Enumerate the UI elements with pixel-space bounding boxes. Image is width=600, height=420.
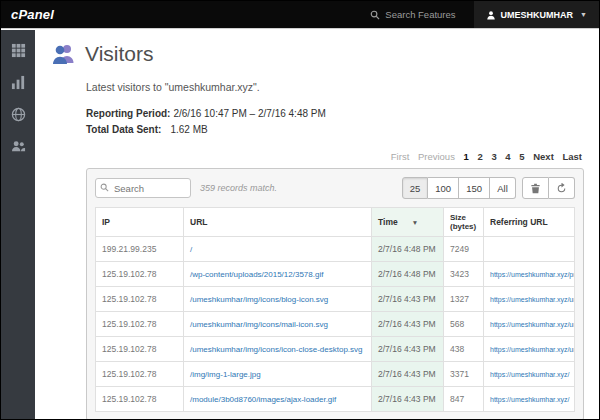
url-link[interactable]: /umeshkumhar/img/icons/mail-icon.svg [190, 320, 328, 329]
user-icon [486, 10, 496, 20]
sidebar-item-apps[interactable] [10, 42, 26, 58]
users-icon [11, 139, 26, 154]
url-link[interactable]: /umeshkumhar/img/icons/icon-close-deskto… [190, 345, 363, 354]
cell-referring-url: https://umeshkumhar.xyz/umeshkumhar/css/… [484, 287, 575, 312]
referring-url-link[interactable]: https://umeshkumhar.xyz/ [490, 371, 569, 378]
table-row: 125.19.102.78 /module/3b0d8760/images/aj… [96, 387, 575, 412]
cell-ip: 125.19.102.78 [96, 287, 184, 312]
referring-url-link[interactable]: https://umeshkumhar.xyz/umeshkumhar/css/… [490, 296, 575, 303]
url-link[interactable]: /img/img-1-large.jpg [190, 370, 261, 379]
cell-url: /wp-content/uploads/2015/12/3578.gif [184, 262, 372, 287]
cell-size: 7249 [444, 237, 484, 262]
table-row: 125.19.102.78 /umeshkumhar/img/icons/blo… [96, 287, 575, 312]
cell-time: 2/7/16 4:43 PM [372, 337, 444, 362]
table-actions-group [522, 177, 575, 199]
sidebar-item-bandwidth[interactable] [10, 106, 26, 122]
cell-size: 847 [444, 387, 484, 412]
intro-text: Latest visitors to "umeshkumhar.xyz". [86, 81, 584, 93]
page-size-150-button[interactable]: 150 [459, 177, 490, 199]
cell-size: 438 [444, 337, 484, 362]
reporting-period-value: 2/6/16 10:47 PM – 2/7/16 4:48 PM [173, 108, 325, 119]
cell-ip: 125.19.102.78 [96, 312, 184, 337]
cell-time: 2/7/16 4:48 PM [372, 262, 444, 287]
cell-size: 3423 [444, 262, 484, 287]
table-row: 125.19.102.78 /umeshkumhar/img/icons/mai… [96, 312, 575, 337]
table-toolbar: 359 records match. 25 100 150 All [95, 177, 575, 199]
page-size-100-button[interactable]: 100 [428, 177, 459, 199]
reporting-period-label: Reporting Period: [86, 108, 170, 119]
cpanel-visitors-screen: cPanel Search Features UMESHKUMHAR ▼ [0, 0, 600, 420]
pagination-first[interactable]: First [391, 151, 409, 162]
visitors-table: IP URL Time▼ Size(bytes) Referring URL 1… [95, 207, 575, 412]
referring-url-link[interactable]: https://umeshkumhar.xyz/ [490, 396, 569, 403]
reporting-period-line: Reporting Period:2/6/16 10:47 PM – 2/7/1… [86, 106, 584, 122]
column-header-referring-url: Referring URL [484, 208, 575, 237]
table-row: 125.19.102.78 /wp-content/uploads/2015/1… [96, 262, 575, 287]
total-data-value: 1.62 MB [170, 124, 207, 135]
cell-ip: 199.21.99.235 [96, 237, 184, 262]
page-size-25-button[interactable]: 25 [402, 177, 429, 199]
cell-size: 1327 [444, 287, 484, 312]
pagination-page-3[interactable]: 3 [491, 151, 496, 162]
cell-referring-url: https://umeshkumhar.xyz/umeshkumhar/css/… [484, 312, 575, 337]
referring-url-link[interactable]: https://umeshkumhar.xyz/umeshkumhar/css/… [490, 321, 575, 328]
pagination-next[interactable]: Next [533, 151, 554, 162]
trash-icon [530, 183, 541, 194]
url-link[interactable]: /module/3b0d8760/images/ajax-loader.gif [190, 395, 336, 404]
pagination-last[interactable]: Last [562, 151, 582, 162]
visitors-icon [52, 43, 76, 65]
sidebar-item-statistics[interactable] [10, 74, 26, 90]
url-link[interactable]: / [190, 245, 192, 254]
sidebar-item-visitors[interactable] [10, 138, 26, 154]
pagination-page-1[interactable]: 1 [464, 151, 469, 162]
refresh-button[interactable] [549, 177, 575, 199]
cell-referring-url [484, 237, 575, 262]
cell-url: /umeshkumhar/img/icons/mail-icon.svg [184, 312, 372, 337]
cell-time: 2/7/16 4:43 PM [372, 362, 444, 387]
url-link[interactable]: /umeshkumhar/img/icons/blog-icon.svg [190, 295, 328, 304]
main-content: Visitors Latest visitors to "umeshkumhar… [35, 29, 599, 420]
total-data-label: Total Data Sent: [86, 124, 161, 135]
delete-button[interactable] [522, 177, 549, 199]
search-features-label: Search Features [385, 9, 455, 20]
visitors-table-head: IP URL Time▼ Size(bytes) Referring URL [96, 208, 575, 237]
pagination-page-4[interactable]: 4 [505, 151, 510, 162]
search-input[interactable] [95, 178, 191, 198]
referring-url-link[interactable]: https://umeshkumhar.xyz/profile/admin-aj… [490, 271, 575, 278]
user-menu[interactable]: UMESHKUMHAR ▼ [474, 1, 599, 28]
pagination-page-5[interactable]: 5 [519, 151, 524, 162]
cell-time: 2/7/16 4:43 PM [372, 312, 444, 337]
total-data-line: Total Data Sent:1.62 MB [86, 122, 584, 138]
cell-ip: 125.19.102.78 [96, 337, 184, 362]
pagination: First Previous 1 2 3 4 5 Next Last [88, 151, 582, 162]
cell-url: / [184, 237, 372, 262]
cell-ip: 125.19.102.78 [96, 362, 184, 387]
cell-url: /img/img-1-large.jpg [184, 362, 372, 387]
visitors-panel: 359 records match. 25 100 150 All [86, 168, 584, 420]
search-features-button[interactable]: Search Features [352, 9, 473, 20]
apps-grid-icon [11, 43, 26, 58]
page-header: Visitors [35, 29, 599, 72]
cell-referring-url: https://umeshkumhar.xyz/profile/admin-aj… [484, 262, 575, 287]
table-row: 199.21.99.235 / 2/7/16 4:48 PM 7249 [96, 237, 575, 262]
sort-desc-icon: ▼ [412, 219, 418, 226]
cell-time: 2/7/16 4:43 PM [372, 287, 444, 312]
cell-ip: 125.19.102.78 [96, 387, 184, 412]
column-header-time[interactable]: Time▼ [372, 208, 444, 237]
column-header-url: URL [184, 208, 372, 237]
referring-url-link[interactable]: https://umeshkumhar.xyz/umeshkumhar/css/… [490, 346, 575, 353]
cell-referring-url: https://umeshkumhar.xyz/ [484, 362, 575, 387]
page-size-all-button[interactable]: All [490, 177, 516, 199]
cell-size: 568 [444, 312, 484, 337]
top-bar-right: Search Features UMESHKUMHAR ▼ [352, 1, 599, 28]
cell-ip: 125.19.102.78 [96, 262, 184, 287]
visitors-table-body: 199.21.99.235 / 2/7/16 4:48 PM 7249 125.… [96, 237, 575, 412]
content-area: Latest visitors to "umeshkumhar.xyz". Re… [86, 81, 584, 420]
search-box [95, 178, 191, 199]
cell-time: 2/7/16 4:48 PM [372, 237, 444, 262]
url-link[interactable]: /wp-content/uploads/2015/12/3578.gif [190, 270, 323, 279]
search-icon [100, 183, 109, 192]
pagination-page-2[interactable]: 2 [477, 151, 482, 162]
pagination-previous[interactable]: Previous [418, 151, 455, 162]
cell-time: 2/7/16 4:43 PM [372, 387, 444, 412]
